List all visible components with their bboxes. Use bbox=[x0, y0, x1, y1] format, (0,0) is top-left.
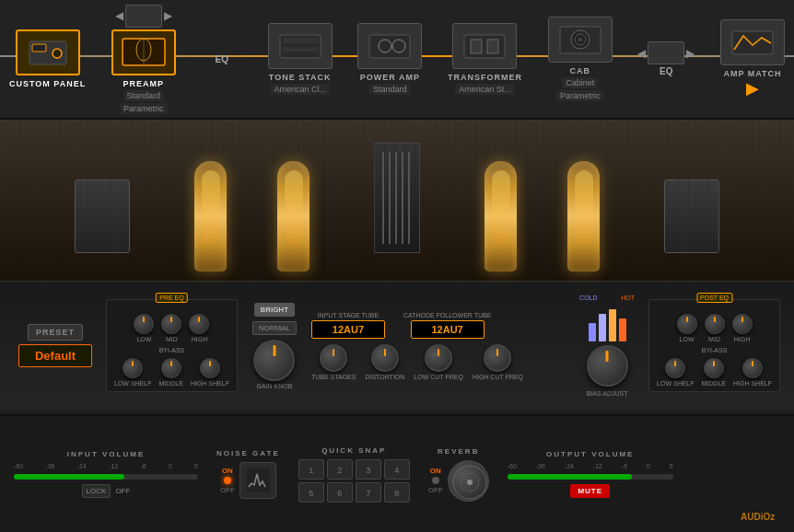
output-volume-label: OUTPUT VOLUME bbox=[546, 450, 634, 458]
pre-eq-knobs: LOW MID HIGH bbox=[134, 314, 209, 342]
tone-stack-label: TONE STACK bbox=[269, 73, 332, 82]
mute-button[interactable]: MUTE bbox=[570, 484, 610, 498]
nav-item-amp-match[interactable]: AMP MATCH ▶ bbox=[720, 19, 785, 98]
lock-button[interactable]: LOCK bbox=[82, 484, 111, 498]
out-db-3: -12 bbox=[593, 463, 602, 469]
snap-5[interactable]: 5 bbox=[298, 482, 324, 503]
reverb-label: REVERB bbox=[438, 447, 479, 456]
nav-item-transformer[interactable]: TRANSFORMER American St... bbox=[448, 23, 522, 95]
amp-match-thumb[interactable] bbox=[720, 19, 785, 65]
post-high-col: HIGH bbox=[732, 314, 753, 342]
high-cut-knob[interactable] bbox=[484, 344, 511, 372]
svg-rect-13 bbox=[471, 40, 482, 53]
snap-6[interactable]: 6 bbox=[327, 482, 353, 503]
bias-meter bbox=[589, 305, 626, 341]
post-high-knob[interactable] bbox=[732, 314, 753, 334]
bias-bar-3 bbox=[609, 309, 616, 341]
tube-stages-col: TUBE STAGES bbox=[311, 344, 356, 380]
normal-switch[interactable]: NORMAL bbox=[252, 321, 297, 335]
nav-item-tone-stack[interactable]: TONE STACK American Cl... bbox=[268, 23, 333, 95]
tone-stack-thumb[interactable] bbox=[268, 23, 333, 69]
custom-panel-thumb[interactable] bbox=[16, 29, 80, 75]
snap-3[interactable]: 3 bbox=[356, 459, 381, 480]
svg-point-28 bbox=[467, 480, 473, 485]
svg-rect-8 bbox=[283, 47, 318, 52]
post-eq-section: POST EQ LOW MID HIGH BYI-ASS bbox=[648, 299, 780, 392]
mid-knob[interactable] bbox=[161, 314, 181, 334]
post-mid-label: MID bbox=[708, 336, 720, 342]
low-shelf-knob[interactable] bbox=[123, 358, 143, 378]
preamp-thumb[interactable] bbox=[111, 29, 176, 75]
post-middle-label: MIDDLE bbox=[702, 380, 726, 387]
snap-8[interactable]: 8 bbox=[384, 482, 410, 503]
post-low-shelf-knob[interactable] bbox=[665, 358, 685, 378]
amp-area: PRESET Default PRE EQ LOW MID HIGH bbox=[0, 120, 794, 414]
power-amp-thumb[interactable] bbox=[357, 23, 422, 69]
noise-gate-section: NOISE GATE ON OFF bbox=[216, 449, 280, 499]
input-volume-track[interactable] bbox=[14, 474, 198, 480]
mid-label: MID bbox=[166, 336, 178, 342]
post-low-shelf-label: LOW SHELF bbox=[657, 380, 694, 387]
snap-7[interactable]: 7 bbox=[356, 482, 381, 503]
middle-knob[interactable] bbox=[161, 358, 181, 378]
low-cut-knob[interactable] bbox=[425, 344, 452, 372]
tube-stages-knob[interactable] bbox=[320, 344, 347, 372]
preamp-left-arrow[interactable]: ◀ bbox=[115, 9, 123, 22]
eq2-top-arrows: ◀ ▶ bbox=[637, 41, 695, 64]
middle-col: MIDDLE bbox=[158, 358, 182, 387]
reverb-controls: ON OFF bbox=[428, 460, 489, 502]
gain-knob[interactable] bbox=[253, 340, 295, 381]
svg-rect-7 bbox=[283, 38, 318, 43]
preamp-right-arrow[interactable]: ▶ bbox=[164, 9, 172, 22]
post-low-shelf-col: LOW SHELF bbox=[657, 358, 694, 387]
eq2-mini-thumb bbox=[648, 41, 684, 64]
reverb-icon[interactable] bbox=[448, 460, 489, 502]
out-db-1: -36 bbox=[536, 463, 545, 469]
snap-2[interactable]: 2 bbox=[327, 459, 353, 480]
high-cut-col: HIGH CUT FREQ bbox=[473, 344, 523, 380]
distortion-label: DISTORTION bbox=[365, 374, 404, 380]
tube-3 bbox=[485, 161, 517, 272]
post-high-shelf-knob[interactable] bbox=[742, 358, 763, 378]
high-shelf-knob[interactable] bbox=[200, 358, 220, 378]
nav-item-cab[interactable]: CAB Cabinet Parametric bbox=[548, 17, 613, 101]
eq2-left-arrow[interactable]: ◀ bbox=[637, 47, 646, 60]
post-low-knob[interactable] bbox=[677, 314, 697, 334]
reverb-toggle[interactable] bbox=[432, 477, 439, 484]
cab-thumb[interactable] bbox=[548, 17, 613, 63]
nav-item-custom-panel[interactable]: CUSTOM PANEL bbox=[9, 29, 86, 88]
bypass-label: BYI-ASS bbox=[159, 347, 185, 353]
tube-1 bbox=[194, 161, 227, 272]
cab-subtitle2: Parametric bbox=[556, 90, 604, 101]
cathode-tube-display[interactable]: 12AU7 bbox=[411, 320, 485, 339]
nav-item-eq1[interactable]: EQ bbox=[202, 54, 242, 64]
post-shelf-knobs: LOW SHELF MIDDLE HIGH SHELF bbox=[657, 358, 772, 387]
post-middle-knob[interactable] bbox=[704, 358, 724, 378]
eq2-right-arrow[interactable]: ▶ bbox=[686, 47, 695, 60]
bias-section: COLD HOT BIAS ADJUST bbox=[575, 295, 639, 397]
distortion-col: DISTORTION bbox=[365, 344, 404, 380]
pre-eq-section: PRE EQ LOW MID HIGH BYI-ASS bbox=[106, 299, 238, 392]
nav-item-preamp[interactable]: ◀ ▶ PREAMP Standard Parametric bbox=[111, 5, 176, 114]
snap-1[interactable]: 1 bbox=[298, 459, 324, 480]
post-high-shelf-col: HIGH SHELF bbox=[733, 358, 772, 387]
output-volume-track[interactable] bbox=[508, 474, 673, 480]
svg-text:AUDiOz: AUDiOz bbox=[741, 512, 775, 522]
transformer-thumb[interactable] bbox=[452, 23, 517, 69]
watermark: AUDiOz bbox=[739, 507, 785, 527]
bias-knob[interactable] bbox=[587, 345, 628, 387]
nav-item-eq2[interactable]: ◀ ▶ EQ bbox=[637, 41, 695, 76]
snap-4[interactable]: 4 bbox=[384, 459, 410, 480]
power-amp-label: POWER AMP bbox=[360, 73, 420, 82]
bright-switch[interactable]: BRIGHT bbox=[254, 303, 295, 317]
high-knob[interactable] bbox=[189, 314, 209, 334]
cathode-tube-col: CATHODE FOLLOWER TUBE 12AU7 bbox=[403, 312, 491, 339]
input-off-label: OFF bbox=[115, 487, 130, 495]
post-mid-knob[interactable] bbox=[705, 314, 725, 334]
distortion-knob[interactable] bbox=[371, 344, 399, 372]
ng-toggle[interactable] bbox=[224, 477, 231, 484]
preset-button[interactable]: PRESET bbox=[28, 324, 83, 341]
input-tube-display[interactable]: 12AU7 bbox=[311, 320, 385, 339]
low-knob[interactable] bbox=[134, 314, 154, 334]
nav-item-power-amp[interactable]: POWER AMP Standard bbox=[357, 23, 422, 95]
